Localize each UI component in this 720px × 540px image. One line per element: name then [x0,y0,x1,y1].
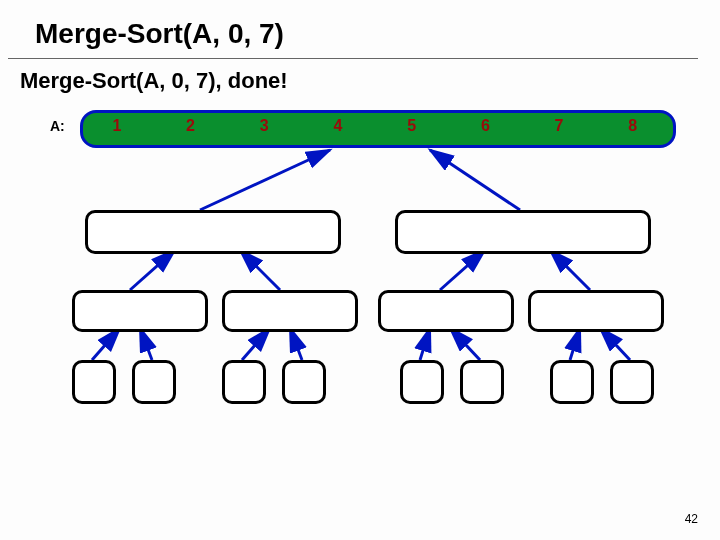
svg-line-7 [140,328,152,360]
array-label: A: [50,118,65,134]
array-cell: 4 [301,110,375,142]
array-cell: 6 [449,110,523,142]
svg-line-1 [430,150,520,210]
leaf-node [132,360,176,404]
leaf-node [550,360,594,404]
svg-line-10 [420,328,430,360]
page-title: Merge-Sort(A, 0, 7) [35,18,284,50]
array-cell: 1 [80,110,154,142]
merge-node [72,290,208,332]
leaf-node [282,360,326,404]
svg-line-2 [130,250,175,290]
svg-line-6 [92,328,120,360]
svg-line-13 [600,328,630,360]
svg-line-9 [290,328,302,360]
svg-line-3 [240,250,280,290]
merge-node [222,290,358,332]
subtitle: Merge-Sort(A, 0, 7), done! [20,68,288,94]
divider [8,58,698,59]
array-cell: 8 [596,110,670,142]
merge-node [395,210,651,254]
leaf-node [610,360,654,404]
svg-line-12 [570,328,580,360]
leaf-node [460,360,504,404]
array-cell: 7 [522,110,596,142]
merge-node [528,290,664,332]
array-cell: 5 [375,110,449,142]
svg-line-4 [440,250,485,290]
svg-line-5 [550,250,590,290]
leaf-node [400,360,444,404]
svg-line-8 [242,328,270,360]
svg-line-11 [450,328,480,360]
leaf-node [222,360,266,404]
array-cell: 2 [154,110,228,142]
svg-line-0 [200,150,330,210]
merge-node [85,210,341,254]
array-cell: 3 [227,110,301,142]
merge-node [378,290,514,332]
leaf-node [72,360,116,404]
page-number: 42 [685,512,698,526]
